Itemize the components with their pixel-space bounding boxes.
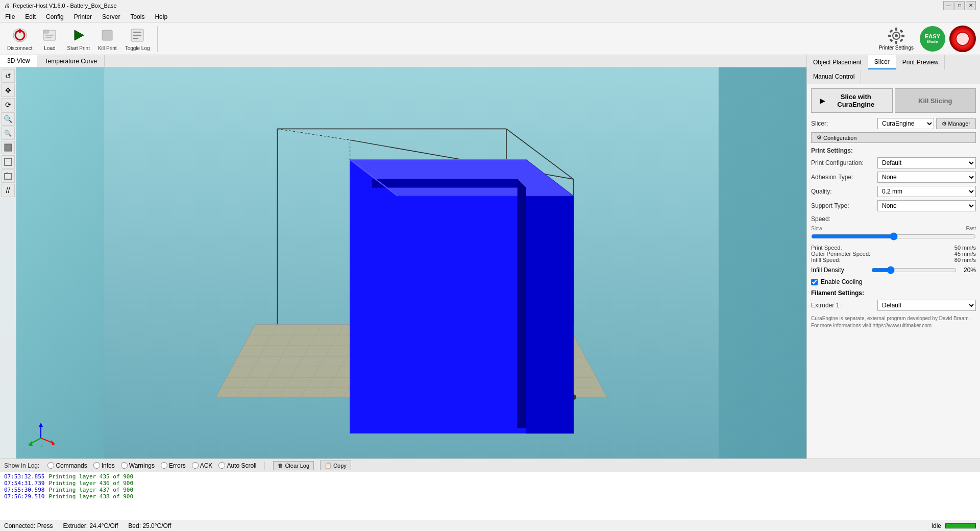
filter-errors[interactable]: Errors	[161, 462, 186, 469]
close-button[interactable]: ✕	[966, 1, 976, 10]
left-panel: 3D View Temperature Curve ↺ ✥ ⟳ 🔍 🔍	[0, 55, 806, 458]
tab-temperature-curve[interactable]: Temperature Curve	[37, 55, 105, 67]
menu-config[interactable]: Config	[41, 11, 69, 22]
speed-slider[interactable]	[811, 232, 976, 240]
menu-printer[interactable]: Printer	[69, 11, 97, 22]
emergency-stop-button[interactable]	[949, 26, 976, 52]
refresh-tool[interactable]: ↺	[2, 69, 15, 83]
menu-edit[interactable]: Edit	[20, 11, 41, 22]
speed-details: Print Speed: 50 mm/s Outer Perimeter Spe…	[811, 245, 976, 263]
cooling-row: Enable Cooling	[811, 278, 976, 285]
view-wire[interactable]	[2, 155, 15, 168]
view-frame[interactable]	[2, 170, 15, 183]
view-tabs: 3D View Temperature Curve	[0, 55, 806, 67]
print-settings-title: Print Settings:	[811, 147, 976, 154]
diagonal-tool[interactable]: //	[2, 184, 15, 197]
infill-density-value: 20%	[961, 267, 976, 274]
menu-help[interactable]: Help	[150, 11, 173, 22]
tab-slicer[interactable]: Slicer	[868, 55, 896, 69]
filter-errors-radio[interactable]	[161, 462, 167, 469]
move-tool[interactable]: ✥	[2, 84, 15, 97]
svg-marker-7	[75, 30, 84, 40]
cooling-checkbox[interactable]	[811, 279, 818, 285]
kill-slicing-button[interactable]: Kill Slicing	[895, 88, 976, 113]
speed-slider-container: Slow Fast	[811, 226, 976, 243]
support-label: Support Type:	[811, 202, 877, 209]
view-solid[interactable]	[2, 141, 15, 154]
rotate-tool[interactable]: ⟳	[2, 98, 15, 111]
disconnect-button[interactable]: Disconnect	[4, 25, 35, 52]
right-content: ▶ Slice with CuraEngine Kill Slicing Sli…	[807, 84, 980, 458]
tab-3d-view[interactable]: 3D View	[0, 55, 37, 67]
minimize-button[interactable]: —	[943, 1, 953, 10]
configuration-button[interactable]: ⚙ Configuration	[811, 132, 976, 143]
start-print-icon	[69, 26, 88, 44]
filter-auto-scroll-radio[interactable]	[218, 462, 225, 469]
filter-warnings[interactable]: Warnings	[121, 462, 155, 469]
gear-icon: ⚙	[942, 120, 947, 127]
emergency-icon	[949, 26, 976, 52]
copy-log-button[interactable]: 📋 Copy	[320, 461, 351, 470]
print-config-row: Print Configuration: Default	[811, 157, 976, 168]
print-config-label: Print Configuration:	[811, 159, 877, 166]
start-print-button[interactable]: Start Print	[64, 25, 92, 52]
3d-viewport[interactable]: ↺ ✥ ⟳ 🔍 🔍 //	[0, 67, 806, 458]
tab-print-preview[interactable]: Print Preview	[896, 55, 945, 69]
maximize-button[interactable]: □	[954, 1, 965, 10]
log-msg-2: Printing layer 436 of 900	[48, 480, 133, 487]
speed-label-row: Speed:	[811, 215, 976, 223]
clear-log-button[interactable]: 🗑 Clear Log	[273, 461, 314, 470]
printer-settings-button[interactable]: Printer Settings	[877, 25, 916, 53]
toolbar-right: Printer Settings EASY Mode	[877, 25, 976, 53]
status-led	[945, 523, 976, 528]
load-label: Load	[44, 45, 55, 51]
filter-infos-label: Infos	[102, 462, 115, 469]
load-button[interactable]: Load	[37, 25, 62, 52]
content-area: 3D View Temperature Curve ↺ ✥ ⟳ 🔍 🔍	[0, 55, 980, 458]
copy-label: Copy	[333, 463, 347, 469]
log-content: 07:53:32.855 Printing layer 435 of 900 0…	[0, 472, 980, 520]
quality-label: Quality:	[811, 188, 877, 195]
tab-object-placement[interactable]: Object Placement	[807, 55, 868, 69]
start-print-label: Start Print	[67, 45, 89, 51]
config-gear-icon: ⚙	[817, 134, 822, 141]
kill-print-button[interactable]: Kill Print	[95, 25, 120, 52]
menu-server[interactable]: Server	[97, 11, 125, 22]
support-select[interactable]: None	[877, 200, 976, 211]
toggle-log-button[interactable]: Toggle Log	[122, 25, 153, 52]
filter-ack-radio[interactable]	[192, 462, 199, 469]
slice-btn-row: ▶ Slice with CuraEngine Kill Slicing	[811, 88, 976, 113]
slicer-select[interactable]: CuraEngine	[877, 118, 934, 129]
infill-slider[interactable]	[871, 266, 957, 274]
svg-marker-56	[51, 440, 55, 445]
filter-auto-scroll[interactable]: Auto Scroll	[218, 462, 256, 469]
adhesion-select[interactable]: None	[877, 172, 976, 183]
menu-tools[interactable]: Tools	[125, 11, 150, 22]
slice-button[interactable]: ▶ Slice with CuraEngine	[811, 88, 893, 113]
easy-mode-button[interactable]: EASY Mode	[920, 26, 945, 52]
zoom-in-tool[interactable]: 🔍	[2, 112, 15, 126]
tab-manual-control[interactable]: Manual Control	[807, 69, 861, 84]
filter-warnings-radio[interactable]	[121, 462, 128, 469]
svg-rect-19	[889, 29, 893, 33]
filter-ack[interactable]: ACK	[192, 462, 213, 469]
filter-commands[interactable]: Commands	[47, 462, 87, 469]
copy-icon: 📋	[325, 462, 332, 469]
emergency-inner	[955, 32, 970, 46]
log-time-4: 07:56:29.510	[4, 493, 44, 500]
print-config-select[interactable]: Default	[877, 157, 976, 168]
svg-marker-54	[39, 423, 43, 427]
filter-infos[interactable]: Infos	[93, 462, 115, 469]
slicer-label: Slicer:	[811, 120, 877, 127]
filter-commands-radio[interactable]	[47, 462, 54, 469]
extruder1-select[interactable]: Default	[877, 300, 976, 311]
svg-rect-15	[895, 28, 897, 31]
filter-infos-radio[interactable]	[93, 462, 100, 469]
menu-file[interactable]: File	[0, 11, 20, 22]
manager-button[interactable]: ⚙ Manager	[936, 118, 976, 129]
infill-speed-value: 80 mm/s	[954, 257, 976, 263]
quality-select[interactable]: 0.2 mm	[877, 186, 976, 197]
svg-rect-16	[895, 41, 897, 44]
zoom-out-tool[interactable]: 🔍	[2, 127, 15, 140]
quality-row: Quality: 0.2 mm	[811, 186, 976, 197]
